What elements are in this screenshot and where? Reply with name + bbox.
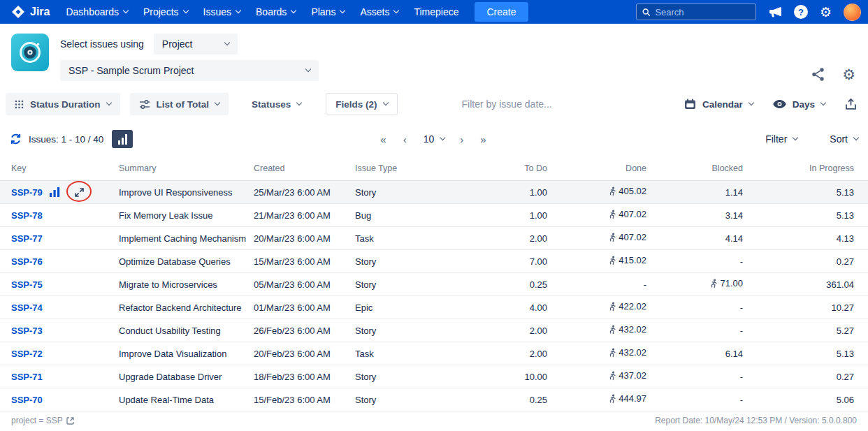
nav-item-issues[interactable]: Issues <box>196 0 248 24</box>
table-row[interactable]: SSP-77 Implement Caching Mechanism 20/Ma… <box>0 227 868 250</box>
eye-icon <box>773 100 786 109</box>
row-chart-button[interactable] <box>50 187 62 197</box>
sort-dropdown[interactable]: Sort <box>830 133 858 145</box>
issue-key-link[interactable]: SSP-76 <box>11 256 43 267</box>
table-row[interactable]: SSP-71 Upgrade Database Driver 18/Feb/23… <box>0 365 868 388</box>
table-row[interactable]: SSP-72 Improve Data Visualization 20/Feb… <box>0 342 868 365</box>
todo-duration: 1.00 <box>425 204 547 227</box>
issue-key-link[interactable]: SSP-70 <box>11 395 43 405</box>
filter-label: Filter <box>765 133 787 145</box>
jql-text: project = SSP <box>11 416 63 425</box>
statuses-dropdown[interactable]: Statuses <box>243 93 310 115</box>
issue-key-link[interactable]: SSP-71 <box>11 372 43 382</box>
chevron-down-icon <box>236 8 241 13</box>
blocked-duration: 4.14 <box>646 227 743 250</box>
user-avatar[interactable] <box>844 3 861 21</box>
issue-created-date: 18/Feb/23 6:00 AM <box>254 365 355 388</box>
calendar-icon <box>684 98 696 110</box>
list-of-total-dropdown[interactable]: List of Total <box>130 93 229 115</box>
column-header-summary[interactable]: Summary <box>114 161 254 181</box>
column-header-blocked[interactable]: Blocked <box>646 161 743 181</box>
issue-summary: Optimize Database Queries <box>114 250 254 273</box>
days-dropdown[interactable]: Days <box>773 99 825 110</box>
statuses-label: Statuses <box>252 99 291 110</box>
issue-summary: Improve UI Responsiveness <box>114 181 254 204</box>
issue-key-link[interactable]: SSP-79 <box>11 187 43 198</box>
search-input[interactable] <box>655 7 750 17</box>
column-header-created[interactable]: Created <box>254 161 355 181</box>
sort-label: Sort <box>830 133 848 145</box>
jira-logo[interactable]: Jira <box>7 5 58 19</box>
issue-summary: Upgrade Database Driver <box>114 365 254 388</box>
table-row[interactable]: SSP-70 Update Real-Time Data 15/Feb/23 6… <box>0 388 868 411</box>
report-date-version: Report Date: 10/May/24 12:53 PM / Versio… <box>655 416 857 425</box>
in-progress-duration: 5.13 <box>743 342 868 365</box>
status-duration-dropdown[interactable]: Status Duration <box>6 93 120 115</box>
issue-source-mode-select[interactable]: Project <box>154 34 238 54</box>
todo-duration: 0.25 <box>425 273 547 296</box>
column-header-in-progress[interactable]: In Progress <box>743 161 868 181</box>
issue-key-link[interactable]: SSP-73 <box>11 326 43 336</box>
issue-key-link[interactable]: SSP-78 <box>11 210 43 221</box>
nav-item-timepiece[interactable]: Timepiece <box>406 0 466 24</box>
next-page-icon[interactable]: › <box>460 134 465 145</box>
issue-key-link[interactable]: SSP-77 <box>11 233 43 244</box>
runner-icon <box>607 371 616 381</box>
chevron-down-icon <box>748 100 753 105</box>
settings-icon[interactable]: ⚙ <box>820 6 832 19</box>
first-page-icon[interactable]: « <box>380 134 387 145</box>
issue-key-link[interactable]: SSP-72 <box>11 349 43 359</box>
table-row[interactable]: SSP-75 Migrate to Microservices 05/Mar/2… <box>0 273 868 296</box>
column-header-todo[interactable]: To Do <box>425 161 547 181</box>
fields-dropdown[interactable]: Fields (2) <box>326 93 397 115</box>
table-row[interactable]: SSP-78 Fix Memory Leak Issue 21/Mar/23 6… <box>0 204 868 227</box>
done-duration: 415.02 <box>547 250 646 273</box>
jql-link[interactable]: project = SSP <box>11 416 74 425</box>
help-icon[interactable]: ? <box>794 5 808 19</box>
table-row[interactable]: SSP-76 Optimize Database Queries 15/Mar/… <box>0 250 868 273</box>
project-select[interactable]: SSP - Sample Scrum Project <box>60 60 319 81</box>
nav-item-projects[interactable]: Projects <box>136 0 196 24</box>
page-size-select[interactable]: 10 <box>424 133 445 145</box>
share-icon[interactable] <box>811 67 825 82</box>
jira-logo-text: Jira <box>30 6 50 18</box>
expand-row-button[interactable] <box>73 186 86 199</box>
done-duration: 432.02 <box>547 342 646 365</box>
done-duration: 405.02 <box>547 181 646 204</box>
in-progress-duration: 361.04 <box>743 273 868 296</box>
issue-type: Story <box>355 388 425 411</box>
page-size-value: 10 <box>424 133 435 145</box>
issue-key-link[interactable]: SSP-75 <box>11 279 43 290</box>
announcement-icon[interactable] <box>768 6 782 18</box>
chart-view-button[interactable] <box>112 130 133 148</box>
create-button[interactable]: Create <box>475 2 528 22</box>
column-header-key[interactable]: Key <box>0 161 50 181</box>
nav-item-label: Dashboards <box>66 6 119 17</box>
list-of-total-label: List of Total <box>157 99 210 110</box>
filter-dropdown[interactable]: Filter <box>765 133 797 145</box>
issues-bar: Issues: 1 - 10 / 40 « ‹ 10 › » Filter So… <box>0 127 868 151</box>
prev-page-icon[interactable]: ‹ <box>403 134 408 145</box>
nav-item-dashboards[interactable]: Dashboards <box>58 0 136 24</box>
nav-item-assets[interactable]: Assets <box>352 0 406 24</box>
refresh-icon[interactable] <box>10 133 22 145</box>
issue-key-link[interactable]: SSP-74 <box>11 302 43 313</box>
done-duration: 432.02 <box>547 319 646 342</box>
runner-icon <box>607 302 616 312</box>
last-page-icon[interactable]: » <box>480 134 487 145</box>
gadget-settings-icon[interactable]: ⚙ <box>842 67 855 82</box>
table-row[interactable]: SSP-74 Refactor Backend Architecture 01/… <box>0 296 868 319</box>
column-header-done[interactable]: Done <box>547 161 646 181</box>
table-row[interactable]: SSP-79 Improve UI Responsiveness 25/Mar/… <box>0 181 868 204</box>
issue-date-filter-input[interactable]: Filter by issue date... <box>462 98 552 110</box>
global-search[interactable] <box>636 3 756 20</box>
nav-item-plans[interactable]: Plans <box>303 0 352 24</box>
calendar-dropdown[interactable]: Calendar <box>684 98 753 110</box>
column-header-issue-type[interactable]: Issue Type <box>355 161 425 181</box>
issue-summary: Fix Memory Leak Issue <box>114 204 254 227</box>
export-icon[interactable] <box>845 98 857 110</box>
runner-icon <box>607 256 616 265</box>
nav-item-boards[interactable]: Boards <box>248 0 303 24</box>
chevron-down-icon <box>793 135 798 140</box>
table-row[interactable]: SSP-73 Conduct Usability Testing 26/Feb/… <box>0 319 868 342</box>
